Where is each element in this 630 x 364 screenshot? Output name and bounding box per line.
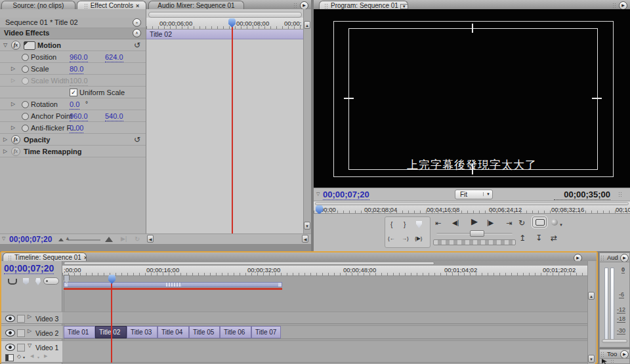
video1-track-content[interactable] [62, 340, 587, 363]
zoom-in-icon[interactable] [105, 237, 113, 242]
reset-icon[interactable]: ↺ [134, 39, 140, 51]
ec-ruler[interactable]: 00;00;06;00 00;00;08;00 00;00; [146, 18, 303, 30]
ec-loop-icon[interactable]: ↻ [135, 235, 140, 243]
ec-zoom-scrollbar[interactable] [148, 12, 302, 18]
toggle-track-output-icon[interactable] [5, 344, 15, 351]
opacity-label[interactable]: Opacity [24, 134, 50, 146]
scroll-down-icon[interactable]: ▼ [304, 222, 310, 230]
clip-title-06[interactable]: Title 06 [220, 326, 251, 338]
show-keyframes-icon[interactable]: » [133, 18, 141, 27]
panel-menu-button[interactable]: ▶ [574, 253, 582, 261]
anchor-y-value[interactable]: 540.0 [105, 111, 123, 121]
clip-title-05[interactable]: Title 05 [189, 326, 220, 338]
antiflicker-value[interactable]: 0.00 [70, 123, 83, 133]
set-in-point-button[interactable]: { [390, 221, 392, 229]
tab-timeline[interactable]: Timeline: Sequence 01× [3, 253, 87, 261]
show-keyframes-icon[interactable]: ◇ [17, 354, 21, 359]
safe-margins-button[interactable] [532, 216, 547, 228]
goto-next-edit-button[interactable]: ⇥ [506, 219, 512, 227]
set-out-point-button[interactable]: } [404, 221, 406, 229]
shuttle-slider-thumb[interactable] [470, 230, 484, 237]
toggle-animation-icon[interactable] [22, 66, 29, 73]
video2-track-content[interactable]: Title 01 Title 02 Title 03 Title 04 Titl… [62, 325, 587, 339]
play-button[interactable]: ▶ [471, 218, 478, 226]
scale-value[interactable]: 80.0 [70, 64, 83, 74]
clip-title-07[interactable]: Title 07 [251, 326, 281, 338]
timeline-zoom-scrollbar[interactable] [62, 261, 587, 266]
fx-toggle-icon[interactable]: fx [11, 41, 20, 50]
track-lock-toggle[interactable] [17, 315, 25, 323]
toggle-switch[interactable] [43, 277, 59, 285]
motion-label[interactable]: Motion [37, 39, 61, 51]
time-remapping-label[interactable]: Time Remapping [24, 146, 81, 157]
timeline-ruler[interactable]: ;00;00 00;00;16;00 00;00;32;00 00;00;48;… [62, 266, 587, 276]
goto-in-button[interactable]: {← [388, 235, 395, 243]
expand-triangle-icon[interactable]: ▷ [3, 134, 7, 146]
collapse-section-icon[interactable]: ∧ [133, 29, 141, 37]
uniform-scale-checkbox[interactable]: ✓ [70, 89, 77, 96]
ec-vscrollbar[interactable]: ▲ ▼ [303, 9, 311, 233]
toggle-animation-icon[interactable] [22, 101, 29, 108]
work-area-grip[interactable] [166, 283, 182, 287]
expand-track-icon[interactable]: ▷ [28, 313, 32, 319]
panel-menu-button[interactable]: ▶ [293, 1, 308, 9]
expand-triangle-icon[interactable]: ▷ [11, 75, 15, 87]
snap-icon[interactable] [8, 279, 17, 285]
reset-icon[interactable]: ↺ [134, 134, 140, 146]
goto-out-button[interactable]: →} [402, 235, 409, 243]
position-y-value[interactable]: 624.0 [105, 52, 123, 62]
program-zoom-scrollbar[interactable] [315, 202, 629, 205]
lift-button[interactable]: ↥ [519, 234, 526, 242]
toggle-track-output-icon[interactable] [5, 329, 15, 336]
timeline-timecode[interactable]: 00;00;07;20 [4, 263, 54, 274]
work-area-start-handle[interactable] [64, 283, 68, 287]
program-current-timecode[interactable]: 00;00;07;20 [323, 190, 369, 200]
ec-zoom-slider-thumb[interactable]: ▲ [65, 235, 70, 241]
scroll-up-icon[interactable]: ▲ [588, 292, 595, 300]
clip-title-03[interactable]: Title 03 [127, 326, 158, 338]
ec-play-icon[interactable]: ▶| [121, 235, 127, 242]
track-lock-toggle[interactable] [17, 329, 25, 337]
keyframes-dropdown-icon[interactable]: ▾ [23, 355, 25, 359]
timeline-vscrollbar[interactable]: ▲ ▼ [587, 261, 595, 364]
output-dropdown-icon[interactable]: ▼ [559, 223, 563, 227]
trim-button[interactable]: ⇄ [551, 234, 557, 242]
ec-timecode[interactable]: 00;00;07;20 [9, 235, 52, 245]
expand-track-icon[interactable]: ▷ [28, 328, 32, 334]
clip-title-04[interactable]: Title 04 [158, 326, 189, 338]
close-icon[interactable]: × [84, 254, 87, 261]
panel-menu-icon[interactable]: ▶ [620, 254, 629, 262]
timeline-zoom-thumb[interactable] [64, 262, 434, 265]
audio-meters-tab[interactable]: Aud ▶ [600, 253, 629, 262]
expand-triangle-icon[interactable]: ▷ [11, 63, 15, 75]
toggle-track-output-icon[interactable] [5, 315, 15, 322]
scroll-left-icon[interactable]: ◀ [302, 235, 308, 243]
program-ruler[interactable]: 00;00 00;02;08;04 00;04;16;08 00;06;24;1… [314, 201, 630, 214]
loop-button[interactable]: ↻ [518, 219, 525, 227]
play-in-to-out-button[interactable]: {▶} [415, 235, 423, 243]
scroll-left-icon[interactable]: ◀ [147, 235, 154, 243]
program-duration-timecode[interactable]: 00;00;35;00 [554, 190, 610, 200]
zoom-out-icon[interactable] [58, 238, 64, 241]
step-forward-button[interactable]: |▶ [487, 219, 494, 227]
panel-menu-button[interactable]: ▶ [612, 1, 627, 9]
toggle-animation-icon[interactable] [22, 54, 29, 61]
close-icon[interactable]: × [136, 3, 139, 9]
ec-clip-bar[interactable]: Title 02 [146, 30, 303, 39]
tab-audio-mixer[interactable]: Audio Mixer: Sequence 01 [148, 1, 244, 9]
work-area-bar[interactable] [64, 282, 282, 287]
toggle-animation-icon[interactable] [22, 113, 29, 120]
extract-button[interactable]: ↧ [536, 234, 542, 242]
monitor-select-dropdown-icon[interactable]: ▼ [400, 4, 408, 9]
step-back-button[interactable]: ◀| [452, 219, 459, 227]
expand-triangle-icon[interactable]: ▷ [3, 146, 7, 157]
scroll-down-icon[interactable]: ▼ [588, 355, 595, 363]
track-lock-toggle[interactable] [17, 344, 25, 352]
jog-wheel[interactable] [433, 239, 516, 245]
tab-source[interactable]: Source: (no clips) [1, 1, 75, 9]
collapse-track-icon[interactable]: ▽ [28, 342, 32, 348]
work-area-end-handle[interactable] [278, 283, 282, 287]
panel-menu-icon[interactable]: ▶ [620, 350, 629, 359]
selection-tool-icon[interactable] [602, 359, 607, 364]
scroll-up-icon[interactable]: ▲ [304, 21, 310, 29]
